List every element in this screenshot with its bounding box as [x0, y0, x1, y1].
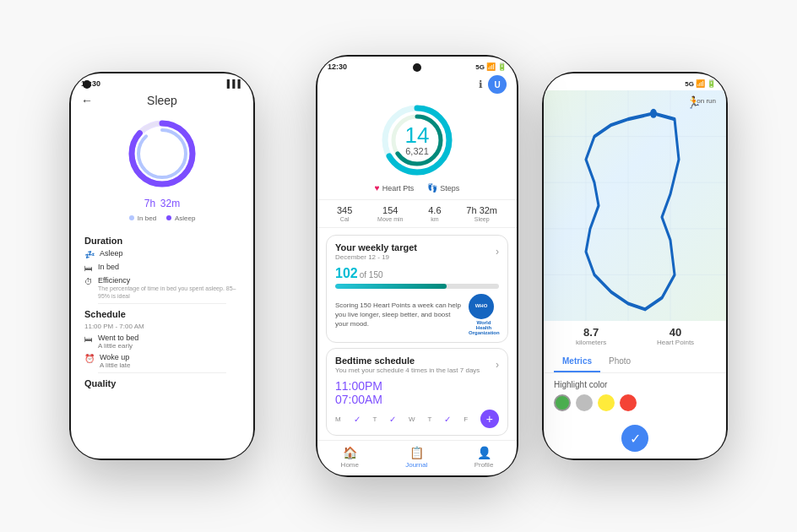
- asleep-row: 💤 Asleep: [84, 249, 240, 259]
- heart-icon: ♥: [375, 183, 380, 193]
- tab-metrics[interactable]: Metrics: [554, 351, 600, 372]
- sleep-value: 7h 32m: [466, 205, 497, 215]
- divider-1: [98, 303, 226, 304]
- chevron-right-icon: ›: [496, 246, 499, 258]
- went-bed-label: Went to bed: [98, 334, 138, 342]
- bottom-nav: 🏠 Home 📋 Journal 👤 Profile: [317, 440, 517, 475]
- who-logo: WHO World HealthOrganization: [469, 294, 499, 335]
- woke-icon: ⏰: [84, 354, 95, 363]
- asleep-icon: 💤: [84, 250, 95, 259]
- efficiency-desc: The percentage of time in bed you spent …: [98, 285, 240, 300]
- who-text: Scoring 150 Heart Points a week can help…: [335, 301, 462, 329]
- highlight-section: Highlight color: [544, 373, 726, 418]
- progress-bar-bg: [335, 284, 499, 289]
- camera-center: [413, 63, 421, 72]
- asleep-label: Asleep: [100, 249, 123, 258]
- weekly-target-card[interactable]: Your weekly target December 12 - 19 › 10…: [326, 235, 508, 343]
- confirm-button[interactable]: ✓: [621, 425, 648, 452]
- add-schedule-button[interactable]: +: [480, 410, 499, 428]
- stat-cal: 345 Cal: [337, 205, 352, 222]
- km-stat-label: kilometers: [576, 339, 606, 346]
- progress-total: of 150: [360, 270, 383, 280]
- center-top: ℹ U: [317, 73, 517, 95]
- nav-home[interactable]: 🏠 Home: [341, 446, 359, 469]
- bedtime-card[interactable]: Bedtime schedule You met your schedule 4…: [326, 348, 508, 436]
- sleep-mins: 32m: [160, 198, 180, 209]
- map-screen: 5G 📶 🔋 🏃 on run: [544, 73, 726, 459]
- journal-label: Journal: [405, 461, 427, 469]
- phone-left: 12:30 ▌▌▌ ← Sleep: [69, 72, 255, 460]
- asleep-dot: [166, 215, 171, 220]
- day-w: W: [409, 415, 415, 423]
- who-circle: WHO: [469, 294, 494, 319]
- home-label: Home: [341, 461, 359, 469]
- sleep-label: Sleep: [466, 216, 497, 222]
- status-icons-right: 5G 📶 🔋: [685, 79, 716, 88]
- route-path: [544, 90, 726, 321]
- legend-asleep: Asleep: [166, 214, 195, 222]
- map-area: 🏃 on run: [544, 90, 726, 321]
- move-label: Move min: [377, 216, 403, 222]
- swatch-gray[interactable]: [576, 394, 593, 411]
- nav-profile[interactable]: 👤 Profile: [474, 446, 494, 469]
- signal-icon: ▌▌▌: [227, 79, 243, 88]
- day-m: M: [335, 415, 341, 423]
- swatch-red[interactable]: [620, 394, 637, 411]
- tab-photo[interactable]: Photo: [600, 351, 639, 372]
- check-t1: ✓: [389, 415, 396, 424]
- phone-left-screen: 12:30 ▌▌▌ ← Sleep: [71, 73, 253, 459]
- info-icon[interactable]: ℹ: [479, 79, 483, 90]
- inbed-row: 🛏 In bed: [84, 263, 240, 273]
- center-screen: 12:30 5G 📶 🔋 ℹ U: [317, 57, 517, 475]
- hp-stat-value: 40: [657, 326, 694, 339]
- swatch-yellow[interactable]: [598, 394, 615, 411]
- profile-label: Profile: [474, 461, 494, 469]
- cal-label: Cal: [337, 216, 352, 222]
- hp-stat: 40 Heart Points: [657, 326, 694, 346]
- bedtime-pm: 11:00PM: [335, 379, 499, 393]
- sleep-time-display: 7h 32m: [144, 192, 180, 211]
- 5g-icon: 5G: [475, 63, 485, 71]
- ring-container: 14 6,321: [317, 95, 517, 182]
- legend-inbed: In bed: [129, 214, 156, 222]
- sleep-screen: 12:30 ▌▌▌ ← Sleep: [71, 73, 253, 459]
- bedtime-schedule: 11:00PM 07:00AM M ✓ T ✓ W T ✓ F +: [335, 379, 499, 428]
- sleep-details: Duration 💤 Asleep 🛏 In bed: [71, 225, 253, 397]
- phone-right-screen: 5G 📶 🔋 🏃 on run: [544, 73, 726, 459]
- efficiency-content: Efficiency The percentage of time in bed…: [98, 276, 240, 300]
- status-icons-center: 5G 📶 🔋: [475, 62, 507, 71]
- bed-icon: 🛏: [84, 263, 93, 273]
- stats-row: 345 Cal 154 Move min 4.6 km 7h 32m Sleep: [317, 199, 517, 228]
- journal-icon: 📋: [409, 446, 424, 459]
- sleep-circle-area: 7h 32m In bed Asleep: [71, 109, 253, 225]
- efficiency-label: Efficiency: [98, 276, 240, 285]
- km-label: km: [428, 216, 441, 222]
- bedtime-am: 07:00AM: [335, 393, 499, 406]
- card-header-bedtime: Bedtime schedule You met your schedule 4…: [335, 356, 499, 374]
- sleep-title: Sleep: [147, 94, 177, 107]
- woke-content: Woke up A little late: [100, 353, 130, 369]
- avatar[interactable]: U: [488, 75, 507, 94]
- progress-label: 102 of 150: [335, 266, 499, 281]
- inbed-label: In bed: [98, 263, 119, 271]
- schedule-title: Schedule: [84, 309, 240, 319]
- sleep-legend: In bed Asleep: [129, 214, 196, 222]
- map-stats: 8.7 kilometers 40 Heart Points: [544, 321, 726, 351]
- phone-right: 5G 📶 🔋 🏃 on run: [542, 72, 728, 460]
- swatch-green[interactable]: [554, 394, 571, 411]
- time-center: 12:30: [328, 62, 347, 71]
- back-button[interactable]: ←: [81, 94, 93, 107]
- stat-sleep: 7h 32m Sleep: [466, 205, 497, 222]
- divider-2: [98, 372, 226, 373]
- phone-center-screen: 12:30 5G 📶 🔋 ℹ U: [317, 57, 517, 475]
- status-bar-right: 5G 📶 🔋: [544, 73, 726, 90]
- day-f: F: [464, 415, 468, 423]
- tabs-row: Metrics Photo: [544, 351, 726, 373]
- km-stat-value: 8.7: [576, 326, 606, 339]
- svg-point-3: [138, 130, 186, 177]
- status-bar-left: 12:30 ▌▌▌: [71, 73, 253, 90]
- went-bed-content: Went to bed A little early: [98, 334, 138, 350]
- battery-right: 🔋: [707, 79, 716, 88]
- phones-container: 12:30 ▌▌▌ ← Sleep: [19, 13, 778, 519]
- nav-journal[interactable]: 📋 Journal: [405, 446, 427, 469]
